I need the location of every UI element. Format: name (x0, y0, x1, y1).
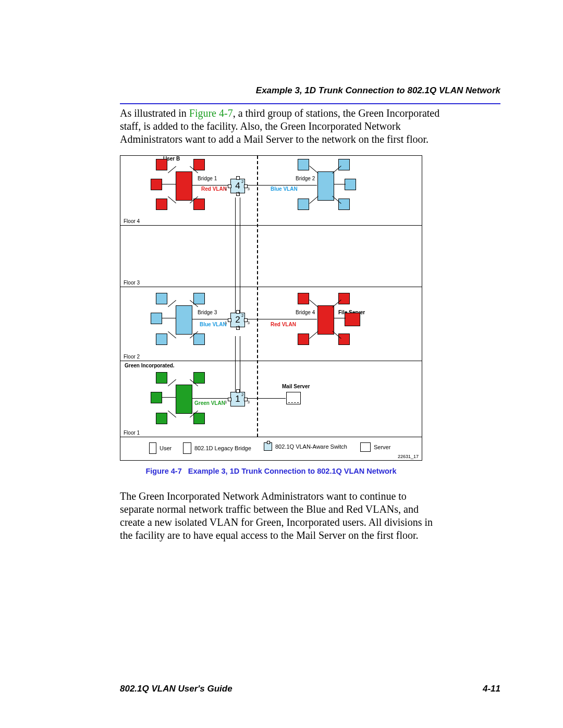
floor2-label: Floor 2 (124, 354, 140, 360)
diagram-refnum: 22631_17 (398, 454, 419, 459)
bridge2-label: Bridge 2 (296, 176, 315, 181)
figure-caption: Figure 4-7 Example 3, 1D Trunk Connectio… (105, 467, 437, 475)
floor-1: Floor 1 Green Incorporated. Green VLAN 1… (120, 361, 422, 437)
server-icon (360, 442, 371, 452)
switch-4: 4 2 4 1 3 (230, 179, 245, 193)
blue-node (298, 199, 309, 210)
blue-node (156, 334, 167, 345)
green-bridge (176, 385, 192, 414)
red-node (156, 199, 167, 210)
stem (334, 184, 346, 184)
stem (334, 318, 346, 318)
vlan-switch-icon (264, 442, 272, 451)
footer-guide: 802.1Q VLAN User's Guide (120, 684, 232, 694)
bridge-4 (317, 305, 334, 335)
link (247, 185, 317, 186)
red-node (151, 179, 162, 190)
port2-lbl: 2 (241, 388, 243, 402)
stem (309, 166, 318, 174)
floor-4: Floor 4 User B Bridge 1 Red VLAN 4 2 4 (120, 156, 422, 226)
blue-vlan-label-1: Blue VLAN (271, 186, 298, 192)
legend-server: Server (360, 442, 390, 452)
blue-node (338, 159, 350, 170)
bridge1-label: Bridge 1 (198, 176, 217, 181)
green-vlan-label: Green VLAN (194, 400, 225, 406)
port4-lbl: 4 (237, 320, 239, 334)
port1-lbl: 1 (225, 316, 227, 330)
blue-vlan-label-2: Blue VLAN (200, 322, 227, 327)
stem (162, 184, 176, 184)
green-node (156, 413, 167, 424)
switch1-num: 1 (235, 394, 240, 404)
red-node (298, 293, 309, 304)
link (247, 398, 286, 399)
port1-lbl: 1 (225, 396, 227, 409)
stem (309, 300, 318, 307)
blue-node (298, 159, 309, 170)
green-node (156, 372, 167, 384)
stem (168, 411, 176, 418)
bridge-3 (176, 305, 192, 335)
red-vlan-label-2: Red VLAN (271, 322, 296, 327)
stem (168, 331, 176, 339)
legend-user: User (149, 442, 172, 454)
legend-aware: 802.1Q VLAN-Aware Switch (264, 442, 347, 451)
blue-node (193, 334, 205, 345)
file-server-node (345, 313, 360, 326)
switch-2: 2 2 4 1 3 (230, 313, 245, 327)
blue-node (156, 293, 167, 304)
green-node (193, 413, 205, 424)
floor4-label: Floor 4 (124, 218, 140, 224)
footer-page-number: 4-11 (483, 684, 500, 694)
floor-2: Floor 2 Bridge 3 Blue VLAN 2 2 4 1 3 (120, 287, 422, 361)
legend: User 802.1D Legacy Bridge 802.1Q VLAN-Aw… (120, 437, 422, 460)
bridge4-label: Bridge 4 (296, 310, 315, 315)
green-node (193, 372, 205, 384)
bridge-1 (176, 171, 192, 201)
legend-user-label: User (160, 445, 172, 451)
stem (168, 196, 176, 204)
port1-lbl: 1 (225, 182, 227, 196)
port3-lbl: 3 (248, 316, 250, 330)
figure-diagram: Floor 4 User B Bridge 1 Red VLAN 4 2 4 (120, 155, 422, 461)
red-vlan-label-1: Red VLAN (201, 186, 227, 192)
p1-lead: As illustrated in (120, 107, 189, 119)
stem (168, 379, 176, 387)
red-node (156, 159, 167, 170)
port4-lbl: 4 (237, 187, 239, 200)
stem (168, 300, 176, 307)
mail-server-label: Mail Server (282, 384, 310, 389)
port3-lbl: 3 (248, 396, 250, 409)
figure-number: Figure 4-7 (145, 467, 181, 475)
green-node (151, 392, 162, 403)
bridge3-label: Bridge 3 (198, 310, 217, 315)
blue-node (345, 179, 356, 190)
stem (168, 166, 176, 174)
green-inc-label: Green Incorporated. (125, 363, 175, 368)
floor3-label: Floor 3 (124, 280, 140, 286)
running-header: Example 3, 1D Trunk Connection to 802.1Q… (256, 85, 500, 96)
legend-legacy-label: 802.1D Legacy Bridge (194, 445, 251, 451)
floor1-label: Floor 1 (124, 430, 140, 436)
header-rule (120, 103, 500, 104)
stem (309, 331, 318, 339)
stem (162, 318, 176, 318)
mail-server-node (286, 392, 301, 404)
figure-title: Example 3, 1D Trunk Connection to 802.1Q… (188, 467, 397, 475)
floor-3: Floor 3 (120, 225, 422, 287)
legend-server-label: Server (374, 444, 390, 450)
legacy-bridge-icon (183, 442, 191, 454)
stem (162, 397, 176, 398)
link (247, 319, 317, 319)
red-node (298, 334, 309, 345)
legend-legacy: 802.1D Legacy Bridge (183, 442, 251, 454)
figure-reference-link[interactable]: Figure 4-7 (189, 107, 233, 119)
paragraph-1: As illustrated in Figure 4-7, a third gr… (120, 107, 443, 146)
legend-aware-label: 802.1Q VLAN-Aware Switch (275, 443, 347, 450)
port2-lbl: 2 (241, 309, 243, 323)
user-icon (149, 442, 156, 454)
red-node (338, 334, 350, 345)
port2-lbl: 2 (241, 175, 243, 189)
port3-lbl: 3 (248, 182, 250, 196)
red-node (193, 199, 205, 210)
